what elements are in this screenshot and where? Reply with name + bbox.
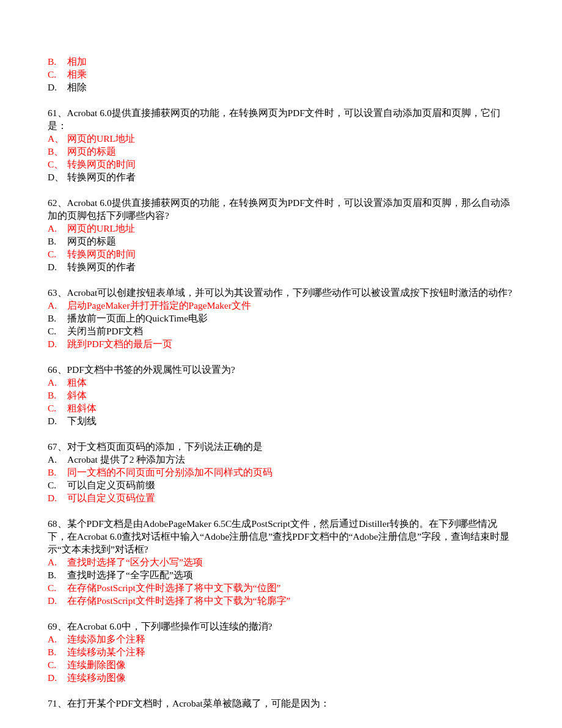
option-text: 播放前一页面上的QuickTime电影 bbox=[67, 312, 514, 325]
option-letter: B. bbox=[48, 568, 67, 581]
option-letter: D. bbox=[48, 260, 67, 273]
question-block: 67、对于文档页面页码的添加，下列说法正确的是A.Acrobat 提供了2 种添… bbox=[48, 440, 514, 504]
answer-option: B.网页的标题 bbox=[48, 235, 514, 248]
option-letter: D. bbox=[48, 594, 67, 607]
option-letter: C. bbox=[48, 658, 67, 671]
answer-option: B.连续移动某个注释 bbox=[48, 645, 514, 658]
option-letter: B. bbox=[48, 235, 67, 248]
option-letter: B. bbox=[48, 645, 67, 658]
answer-option: B.播放前一页面上的QuickTime电影 bbox=[48, 312, 514, 325]
option-letter: B. bbox=[48, 466, 67, 479]
option-letter: D. bbox=[48, 337, 67, 350]
option-letter: A. bbox=[48, 222, 67, 235]
answer-option: C.可以自定义页码前缀 bbox=[48, 479, 514, 491]
option-text: 连续移动某个注释 bbox=[67, 645, 514, 658]
answer-option: A、网页的URL地址 bbox=[48, 132, 514, 145]
option-text: 关闭当前PDF文档 bbox=[67, 325, 514, 337]
option-text: 网页的URL地址 bbox=[67, 222, 514, 235]
option-letter: A. bbox=[48, 299, 67, 312]
option-letter: D. bbox=[48, 491, 67, 504]
option-letter: C. bbox=[48, 581, 67, 594]
answer-option: C.转换网页的时间 bbox=[48, 248, 514, 260]
option-text: 粗斜体 bbox=[67, 402, 514, 414]
question-stem: 71、在打开某个PDF文档时，Acrobat菜单被隐藏了，可能是因为： bbox=[48, 697, 514, 710]
answer-option: A.连续添加多个注释 bbox=[48, 633, 514, 645]
option-letter: A. bbox=[48, 376, 67, 389]
answer-option: D.可以自定义页码位置 bbox=[48, 491, 514, 504]
answer-option: D、转换网页的作者 bbox=[48, 171, 514, 183]
answer-option: B.同一文档的不同页面可分别添加不同样式的页码 bbox=[48, 466, 514, 479]
option-letter: C. bbox=[48, 325, 67, 337]
option-text: Acrobat 提供了2 种添加方法 bbox=[67, 453, 514, 466]
option-text: 在存储PostScript文件时选择了将中文下载为“位图” bbox=[67, 581, 514, 594]
option-text: 网页的标题 bbox=[67, 145, 514, 158]
option-text: 连续移动图像 bbox=[67, 671, 514, 684]
option-text: 转换网页的作者 bbox=[67, 171, 514, 183]
question-block: 66、PDF文档中书签的外观属性可以设置为?A.粗体B.斜体C.粗斜体D.下划线 bbox=[48, 363, 514, 427]
option-letter: D、 bbox=[48, 171, 67, 183]
option-letter: C. bbox=[48, 479, 67, 491]
option-letter: B、 bbox=[48, 145, 67, 158]
answer-option: D.相除 bbox=[48, 81, 514, 94]
option-letter: A. bbox=[48, 556, 67, 568]
question-block: 62、Acrobat 6.0提供直接捕获网页的功能，在转换网页为PDF文件时，可… bbox=[48, 196, 514, 273]
option-text: 跳到PDF文档的最后一页 bbox=[67, 337, 514, 350]
option-text: 网页的标题 bbox=[67, 235, 514, 248]
option-text: 转换网页的作者 bbox=[67, 260, 514, 273]
option-letter: A. bbox=[48, 633, 67, 645]
question-block: 69、在Acrobat 6.0中，下列哪些操作可以连续的撤消?A.连续添加多个注… bbox=[48, 620, 514, 684]
answer-option: D.在存储PostScript文件时选择了将中文下载为“轮廓字” bbox=[48, 594, 514, 607]
option-text: 网页的URL地址 bbox=[67, 132, 514, 145]
question-stem: 66、PDF文档中书签的外观属性可以设置为? bbox=[48, 363, 514, 376]
questions-list: 61、Acrobat 6.0提供直接捕获网页的功能，在转换网页为PDF文件时，可… bbox=[48, 106, 514, 710]
option-text: 转换网页的时间 bbox=[67, 248, 514, 260]
question-block: 71、在打开某个PDF文档时，Acrobat菜单被隐藏了，可能是因为： bbox=[48, 697, 514, 710]
question-stem: 67、对于文档页面页码的添加，下列说法正确的是 bbox=[48, 440, 514, 453]
question-block: 61、Acrobat 6.0提供直接捕获网页的功能，在转换网页为PDF文件时，可… bbox=[48, 106, 514, 183]
option-letter: C. bbox=[48, 248, 67, 260]
option-text: 相乘 bbox=[67, 68, 514, 81]
answer-option: C.粗斜体 bbox=[48, 402, 514, 414]
option-letter: D. bbox=[48, 414, 67, 427]
option-text: 连续删除图像 bbox=[67, 658, 514, 671]
option-letter: D. bbox=[48, 671, 67, 684]
question-stem: 62、Acrobat 6.0提供直接捕获网页的功能，在转换网页为PDF文件时，可… bbox=[48, 196, 514, 222]
option-letter: D. bbox=[48, 81, 67, 94]
answer-option: A.粗体 bbox=[48, 376, 514, 389]
option-letter: C. bbox=[48, 68, 67, 81]
option-text: 相除 bbox=[67, 81, 514, 94]
document-page: B.相加C.相乘D.相除 61、Acrobat 6.0提供直接捕获网页的功能，在… bbox=[0, 0, 562, 728]
answer-option: B.斜体 bbox=[48, 389, 514, 402]
option-text: 下划线 bbox=[67, 414, 514, 427]
orphan-options: B.相加C.相乘D.相除 bbox=[48, 55, 514, 94]
option-text: 可以自定义页码位置 bbox=[67, 491, 514, 504]
option-letter: B. bbox=[48, 389, 67, 402]
answer-option: B、网页的标题 bbox=[48, 145, 514, 158]
option-letter: A、 bbox=[48, 132, 67, 145]
option-text: 在存储PostScript文件时选择了将中文下载为“轮廓字” bbox=[67, 594, 514, 607]
question-block: 68、某个PDF文档是由AdobePageMaker 6.5C生成PostScr… bbox=[48, 517, 514, 607]
option-letter: B. bbox=[48, 312, 67, 325]
answer-option: D.下划线 bbox=[48, 414, 514, 427]
answer-option: D.转换网页的作者 bbox=[48, 260, 514, 273]
option-text: 连续添加多个注释 bbox=[67, 633, 514, 645]
answer-option: D.连续移动图像 bbox=[48, 671, 514, 684]
option-text: 启动PageMaker并打开指定的PageMaker文件 bbox=[67, 299, 514, 312]
answer-option: C、转换网页的时间 bbox=[48, 158, 514, 171]
option-letter: A. bbox=[48, 453, 67, 466]
option-text: 可以自定义页码前缀 bbox=[67, 479, 514, 491]
answer-option: A.网页的URL地址 bbox=[48, 222, 514, 235]
option-text: 转换网页的时间 bbox=[67, 158, 514, 171]
option-letter: C、 bbox=[48, 158, 67, 171]
answer-option: C.连续删除图像 bbox=[48, 658, 514, 671]
option-letter: C. bbox=[48, 402, 67, 414]
answer-option: B.相加 bbox=[48, 55, 514, 68]
answer-option: B.查找时选择了“全字匹配”选项 bbox=[48, 568, 514, 581]
option-text: 相加 bbox=[67, 55, 514, 68]
option-text: 斜体 bbox=[67, 389, 514, 402]
answer-option: A.启动PageMaker并打开指定的PageMaker文件 bbox=[48, 299, 514, 312]
question-stem: 63、Acrobat可以创建按钮表单域，并可以为其设置动作，下列哪些动作可以被设… bbox=[48, 286, 514, 299]
question-block: 63、Acrobat可以创建按钮表单域，并可以为其设置动作，下列哪些动作可以被设… bbox=[48, 286, 514, 350]
option-text: 查找时选择了“全字匹配”选项 bbox=[67, 568, 514, 581]
answer-option: D.跳到PDF文档的最后一页 bbox=[48, 337, 514, 350]
